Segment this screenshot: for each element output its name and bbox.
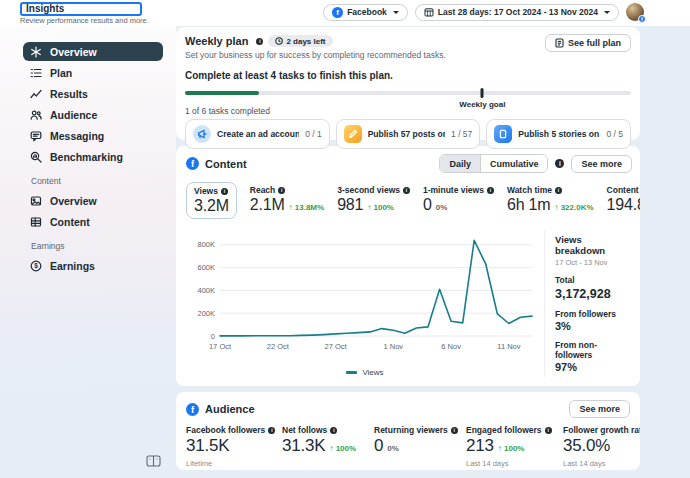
main-content: Weekly plan 2 days left Set your busines… bbox=[176, 26, 640, 470]
metric-value: 981 bbox=[337, 196, 363, 214]
metric-net-follows[interactable]: Net follows 31.3K100% bbox=[282, 425, 374, 468]
legend-label: Views bbox=[362, 368, 383, 377]
svg-text:400K: 400K bbox=[197, 286, 215, 295]
sidebar-item-benchmarking[interactable]: Benchmarking bbox=[23, 147, 163, 166]
metric-reach[interactable]: Reach 2.1M13.8M% bbox=[250, 182, 324, 217]
facebook-badge-icon bbox=[638, 15, 646, 23]
info-icon[interactable] bbox=[555, 187, 562, 194]
metric-facebook-followers[interactable]: Facebook followers 31.5K Lifetime bbox=[186, 425, 282, 468]
pencil-icon bbox=[344, 125, 362, 143]
info-icon[interactable] bbox=[221, 188, 228, 195]
dollar-circle-icon: $ bbox=[29, 259, 42, 272]
info-icon[interactable] bbox=[403, 187, 410, 194]
metric-delta: 100% bbox=[367, 203, 394, 212]
breakdown-total-label: Total bbox=[555, 275, 632, 285]
info-icon[interactable] bbox=[268, 427, 275, 434]
content-section-title: Content bbox=[205, 158, 247, 170]
audience-see-more-button[interactable]: See more bbox=[569, 400, 630, 418]
info-icon[interactable] bbox=[487, 187, 494, 194]
svg-text:200K: 200K bbox=[197, 309, 215, 318]
grid-table-icon bbox=[29, 215, 42, 228]
weekly-plan-card: Weekly plan 2 days left Set your busines… bbox=[176, 27, 640, 140]
sidebar-item-label: Overview bbox=[50, 46, 97, 58]
calendar-icon bbox=[424, 7, 434, 17]
account-selector-button[interactable]: Facebook bbox=[323, 4, 408, 21]
sidebar-item-label: Plan bbox=[50, 67, 72, 79]
task-create-ad-account[interactable]: Create an ad account 0 / 1 bbox=[185, 119, 330, 149]
breakdown-followers-value: 3% bbox=[555, 320, 632, 332]
content-see-more-button[interactable]: See more bbox=[571, 155, 632, 173]
content-metrics-row: Views 3.2M Reach 2.1M13.8M% 3-second vie… bbox=[186, 182, 640, 219]
weekly-goal-marker bbox=[481, 88, 484, 98]
audience-card: Audience See more Facebook followers 31.… bbox=[176, 392, 640, 470]
facebook-icon bbox=[186, 403, 199, 416]
metric-follower-growth-rate[interactable]: Follower growth rate 35.0% Last 14 days bbox=[563, 425, 640, 468]
see-full-plan-button[interactable]: See full plan bbox=[545, 34, 631, 52]
info-icon[interactable] bbox=[545, 427, 552, 434]
metric-label: Follower growth rate bbox=[563, 425, 640, 435]
sidebar-item-plan[interactable]: Plan bbox=[23, 63, 163, 82]
breakdown-followers-label: From followers bbox=[555, 309, 632, 319]
task-label: Publish 5 stories on Facebook bbox=[518, 129, 600, 139]
sidebar-item-label: Messaging bbox=[50, 130, 104, 142]
sidebar-item-earnings[interactable]: $ Earnings bbox=[23, 256, 163, 275]
sidebar-item-content-content[interactable]: Content bbox=[23, 212, 163, 231]
weekly-plan-progress: 1 of 6 tasks completed Weekly goal bbox=[185, 91, 631, 110]
facebook-icon bbox=[332, 7, 343, 18]
info-icon[interactable] bbox=[555, 159, 564, 168]
task-count: 0 / 1 bbox=[305, 129, 322, 139]
weekly-goal-label: Weekly goal bbox=[459, 100, 505, 109]
info-icon[interactable] bbox=[330, 427, 337, 434]
progress-count-label: 1 of 6 tasks completed bbox=[185, 106, 270, 116]
date-range-button[interactable]: Last 28 days: 17 Oct 2024 - 13 Nov 2024 bbox=[415, 4, 619, 21]
metric-watch-time[interactable]: Watch time 6h 1m322.0K% bbox=[507, 182, 594, 217]
metric-label: Reach bbox=[250, 185, 276, 195]
info-icon[interactable] bbox=[451, 427, 458, 434]
sidebar-item-label: Benchmarking bbox=[50, 151, 123, 163]
metric-3-second-views[interactable]: 3-second views 981100% bbox=[337, 182, 410, 217]
sidebar-item-audience[interactable]: Audience bbox=[23, 105, 163, 124]
sidebar-item-content-overview[interactable]: Overview bbox=[23, 191, 163, 210]
metric-value: 0 bbox=[374, 436, 383, 456]
task-publish-stories[interactable]: Publish 5 stories on Facebook 0 / 5 bbox=[486, 119, 631, 149]
metric-returning-viewers[interactable]: Returning viewers 00% bbox=[374, 425, 466, 468]
chevron-down-icon bbox=[393, 11, 399, 14]
views-breakdown-panel: Views breakdown 17 Oct - 13 Nov Total 3,… bbox=[544, 230, 640, 377]
photo-icon bbox=[29, 194, 42, 207]
svg-text:11 Nov: 11 Nov bbox=[497, 342, 520, 351]
metric-period: Lifetime bbox=[186, 459, 282, 468]
top-bar-controls: Facebook Last 28 days: 17 Oct 2024 - 13 … bbox=[323, 3, 644, 21]
page-title-field[interactable]: Insights bbox=[20, 2, 142, 16]
sidebar-item-label: Audience bbox=[50, 109, 97, 121]
metric-1-minute-views[interactable]: 1-minute views 00% bbox=[423, 182, 494, 217]
days-left-badge: 2 days left bbox=[268, 35, 332, 47]
info-icon[interactable] bbox=[278, 187, 285, 194]
sidebar-item-messaging[interactable]: Messaging bbox=[23, 126, 163, 145]
metric-views[interactable]: Views 3.2M bbox=[186, 182, 237, 219]
task-label: Publish 57 posts on Facebook bbox=[368, 129, 445, 139]
metric-label: Watch time bbox=[507, 185, 552, 195]
toggle-daily[interactable]: Daily bbox=[440, 155, 480, 172]
task-publish-posts[interactable]: Publish 57 posts on Facebook 1 / 57 bbox=[336, 119, 481, 149]
svg-text:27 Oct: 27 Oct bbox=[325, 342, 348, 351]
info-icon[interactable] bbox=[256, 38, 263, 45]
task-count: 1 / 57 bbox=[451, 129, 472, 139]
sidebar-item-overview[interactable]: Overview bbox=[23, 42, 163, 61]
page-subtitle: Review performance results and more. bbox=[20, 16, 149, 25]
sidebar-collapse-toggle[interactable] bbox=[146, 453, 162, 466]
plan-goal-heading: Complete at least 4 tasks to finish this… bbox=[185, 70, 631, 81]
toggle-cumulative[interactable]: Cumulative bbox=[480, 155, 548, 172]
metric-content-interactions[interactable]: Content interactions 194.8K bbox=[607, 182, 640, 217]
sidebar-item-label: Earnings bbox=[50, 260, 95, 272]
metric-label: Engaged followers bbox=[466, 425, 542, 435]
sidebar-item-results[interactable]: Results bbox=[23, 84, 163, 103]
metric-value: 0 bbox=[423, 196, 432, 214]
metric-delta: 100% bbox=[329, 444, 356, 453]
sidebar-item-label: Overview bbox=[50, 195, 97, 207]
svg-text:600K: 600K bbox=[197, 263, 215, 272]
breakdown-non-followers-value: 97% bbox=[555, 361, 632, 373]
progress-fill bbox=[185, 91, 259, 95]
metric-label: Net follows bbox=[282, 425, 327, 435]
avatar[interactable] bbox=[626, 3, 644, 21]
metric-engaged-followers[interactable]: Engaged followers 213100% Last 14 days bbox=[466, 425, 563, 468]
